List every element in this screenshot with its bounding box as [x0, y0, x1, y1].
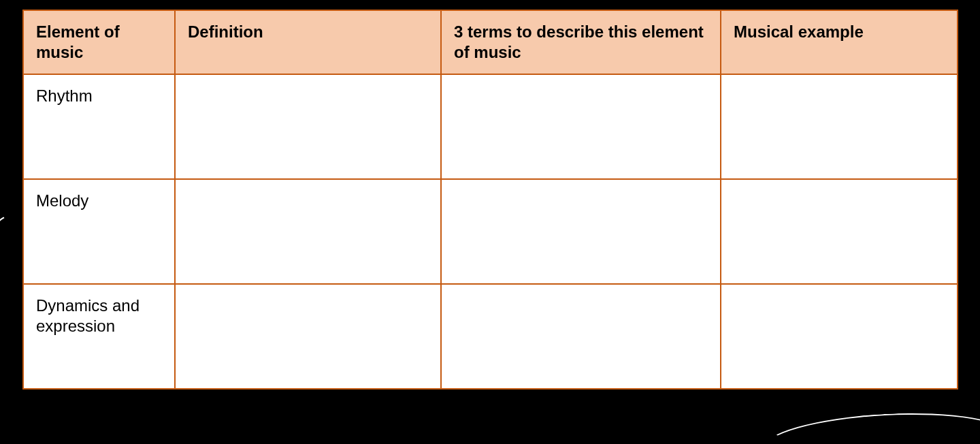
cell-example	[721, 74, 958, 179]
cell-definition	[175, 74, 441, 179]
header-element-of-music: Element of music	[23, 10, 175, 74]
header-definition: Definition	[175, 10, 441, 74]
cell-definition	[175, 179, 441, 284]
header-terms: 3 terms to describe this element of musi…	[441, 10, 721, 74]
cell-terms	[441, 179, 721, 284]
cell-definition	[175, 284, 441, 389]
cell-element: Melody	[23, 179, 175, 284]
cell-element: Rhythm	[23, 74, 175, 179]
cell-example	[721, 179, 958, 284]
header-musical-example: Musical example	[721, 10, 958, 74]
cell-terms	[441, 74, 721, 179]
cell-example	[721, 284, 958, 389]
cell-element: Dynamics and expression	[23, 284, 175, 389]
table-row: Melody	[23, 179, 958, 284]
table-header-row: Element of music Definition 3 terms to d…	[23, 10, 958, 74]
music-elements-table: Element of music Definition 3 terms to d…	[22, 10, 958, 390]
stray-mark-icon	[761, 408, 980, 444]
table-row: Rhythm	[23, 74, 958, 179]
table-row: Dynamics and expression	[23, 284, 958, 389]
cell-terms	[441, 284, 721, 389]
music-elements-table-container: Element of music Definition 3 terms to d…	[22, 10, 958, 390]
